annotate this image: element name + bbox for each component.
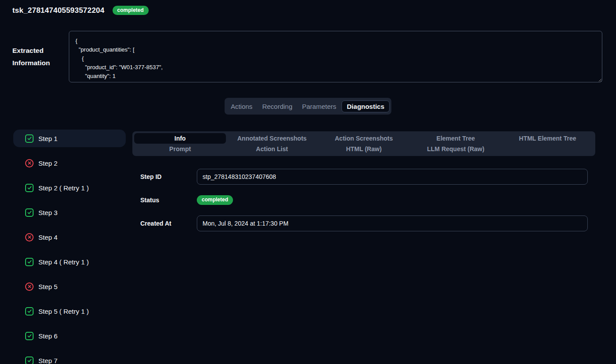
step-id-input[interactable] <box>197 169 588 185</box>
sidebar-item-step-7[interactable]: Step 7 <box>13 352 126 364</box>
subtab-element-tree[interactable]: Element Tree <box>410 133 502 144</box>
check-icon <box>25 357 34 364</box>
extracted-information-label: Extracted Information <box>12 45 69 69</box>
step-list-sidebar: Step 1 Step 2 Step 2 ( Retry 1 ) Step 3 … <box>13 130 126 364</box>
sidebar-item-step-5[interactable]: Step 5 <box>13 278 126 295</box>
subtab-action-list[interactable]: Action List <box>226 144 318 154</box>
subtab-html-raw[interactable]: HTML (Raw) <box>318 144 409 154</box>
subtab-spacer <box>502 144 593 154</box>
sidebar-item-step-2[interactable]: Step 2 <box>13 154 126 172</box>
sidebar-item-step-5-retry-1[interactable]: Step 5 ( Retry 1 ) <box>13 302 126 320</box>
step-label: Step 2 <box>38 160 57 167</box>
sidebar-item-step-1[interactable]: Step 1 <box>13 130 126 147</box>
status-label: Status <box>140 197 197 204</box>
sidebar-item-step-4-retry-1[interactable]: Step 4 ( Retry 1 ) <box>13 253 126 271</box>
check-icon <box>25 184 34 192</box>
check-icon <box>25 208 34 217</box>
status-row: Status completed <box>132 192 595 208</box>
step-label: Step 3 <box>38 209 57 216</box>
task-id-title: tsk_278147405593572204 <box>12 6 105 15</box>
step-status-badge: completed <box>197 195 233 204</box>
step-id-row: Step ID <box>132 169 595 185</box>
step-id-label: Step ID <box>140 173 197 180</box>
step-label: Step 2 ( Retry 1 ) <box>38 184 89 192</box>
diagnostics-subtab-bar: Info Annotated Screenshots Action Screen… <box>132 131 595 156</box>
sidebar-item-step-2-retry-1[interactable]: Step 2 ( Retry 1 ) <box>13 179 126 197</box>
main-tab-bar: Actions Recording Parameters Diagnostics <box>225 98 391 115</box>
header: tsk_278147405593572204 completed <box>12 6 149 15</box>
sidebar-item-step-6[interactable]: Step 6 <box>13 327 126 345</box>
step-label: Step 4 ( Retry 1 ) <box>38 258 89 266</box>
step-label: Step 6 <box>38 332 57 340</box>
step-label: Step 7 <box>38 357 57 364</box>
x-icon <box>25 159 34 167</box>
tab-actions[interactable]: Actions <box>226 100 257 112</box>
info-fields: Step ID Status completed Created At <box>132 169 595 231</box>
check-icon <box>25 258 34 266</box>
task-status-badge: completed <box>113 6 149 15</box>
subtab-action-screenshots[interactable]: Action Screenshots <box>318 133 409 144</box>
created-at-label: Created At <box>140 220 197 227</box>
sidebar-item-step-3[interactable]: Step 3 <box>13 204 126 221</box>
extracted-information-textarea[interactable]: { "product_quantities": [ { "product_id"… <box>69 31 602 82</box>
subtab-llm-request-raw[interactable]: LLM Request (Raw) <box>410 144 502 154</box>
subtab-prompt[interactable]: Prompt <box>134 144 226 154</box>
step-label: Step 5 <box>38 283 57 290</box>
subtab-html-element-tree[interactable]: HTML Element Tree <box>502 133 593 144</box>
subtab-info[interactable]: Info <box>134 133 226 144</box>
subtab-annotated-screenshots[interactable]: Annotated Screenshots <box>226 133 318 144</box>
x-icon <box>25 233 34 241</box>
check-icon <box>25 332 34 340</box>
sidebar-item-step-4[interactable]: Step 4 <box>13 228 126 246</box>
check-icon <box>25 134 34 143</box>
tab-parameters[interactable]: Parameters <box>298 100 341 112</box>
created-at-row: Created At <box>132 215 595 231</box>
diagnostics-panel: Info Annotated Screenshots Action Screen… <box>132 131 595 239</box>
step-label: Step 4 <box>38 234 57 241</box>
created-at-input[interactable] <box>197 215 588 231</box>
extracted-information-section: Extracted Information { "product_quantit… <box>12 31 602 82</box>
tab-diagnostics[interactable]: Diagnostics <box>342 100 390 112</box>
tab-recording[interactable]: Recording <box>258 100 297 112</box>
step-label: Step 5 ( Retry 1 ) <box>38 308 89 315</box>
check-icon <box>25 307 34 316</box>
x-icon <box>25 282 34 291</box>
step-label: Step 1 <box>38 135 57 142</box>
